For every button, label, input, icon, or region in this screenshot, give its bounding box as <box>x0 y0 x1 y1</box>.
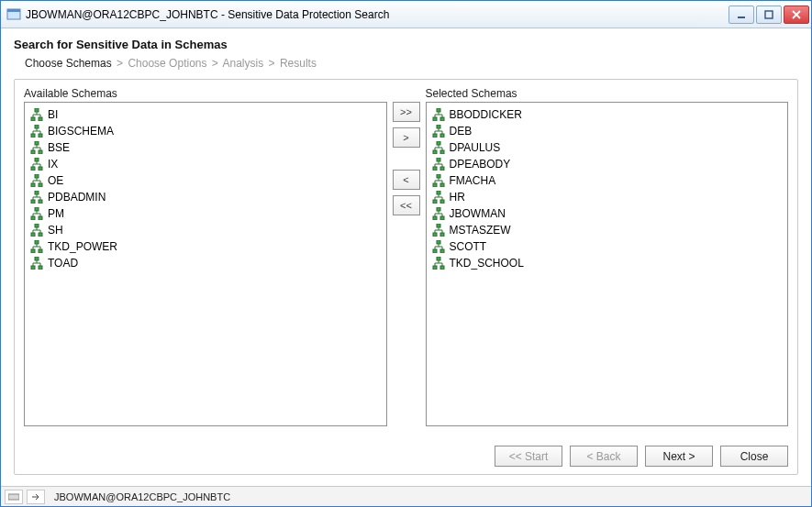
svg-rect-25 <box>35 224 39 227</box>
svg-rect-41 <box>433 150 437 154</box>
list-item[interactable]: TKD_POWER <box>27 238 384 255</box>
schema-icon <box>30 174 43 187</box>
svg-rect-58 <box>437 240 440 244</box>
svg-rect-12 <box>39 150 42 154</box>
remove-one-button[interactable]: < <box>393 170 420 190</box>
list-item[interactable]: DPEABODY <box>428 156 786 172</box>
schema-icon <box>432 224 445 237</box>
list-item[interactable]: JBOWMAN <box>428 205 786 222</box>
list-item[interactable]: BIGSCHEMA <box>27 123 384 139</box>
close-window-button[interactable] <box>784 6 809 24</box>
list-item-label: PM <box>48 207 64 220</box>
list-item[interactable]: BBODDICKER <box>428 106 786 123</box>
list-item-label: DPEABODY <box>450 158 511 171</box>
remove-all-button[interactable]: << <box>393 195 420 215</box>
list-item-label: BSE <box>48 141 70 154</box>
window-title: JBOWMAN@ORA12CBPC_JOHNBTC - Sensitive Da… <box>26 8 729 21</box>
svg-rect-8 <box>31 134 35 138</box>
list-item-label: BIGSCHEMA <box>48 125 114 138</box>
svg-rect-60 <box>440 249 444 253</box>
svg-rect-26 <box>31 233 35 237</box>
available-listbox[interactable]: BIBIGSCHEMABSEIXOEPDBADMINPMSHTKD_POWERT… <box>24 102 387 426</box>
svg-rect-6 <box>39 117 42 121</box>
svg-rect-14 <box>31 167 35 171</box>
svg-rect-36 <box>440 117 444 121</box>
svg-rect-52 <box>437 207 440 211</box>
content: Search for Sensitive Data in Schemas Cho… <box>1 28 811 475</box>
list-item-label: PDBADMIN <box>48 191 106 204</box>
wizard-buttons: << Start < Back Next > Close <box>495 446 788 467</box>
list-item[interactable]: DPAULUS <box>428 139 786 156</box>
start-button[interactable]: << Start <box>495 446 562 467</box>
svg-rect-18 <box>39 183 42 187</box>
svg-rect-9 <box>39 134 42 138</box>
list-item[interactable]: PDBADMIN <box>27 189 384 205</box>
schema-icon <box>30 207 43 220</box>
list-item-label: HR <box>450 191 465 204</box>
list-item[interactable]: OE <box>27 172 384 189</box>
status-tab-icon[interactable] <box>5 490 23 504</box>
svg-rect-51 <box>440 200 444 204</box>
close-button[interactable]: Close <box>720 446 788 467</box>
breadcrumb-step-1: Choose Schemas <box>25 57 112 70</box>
list-item[interactable]: TKD_SCHOOL <box>428 255 786 271</box>
svg-rect-15 <box>39 167 42 171</box>
svg-rect-40 <box>437 141 440 145</box>
titlebar: JBOWMAN@ORA12CBPC_JOHNBTC - Sensitive Da… <box>1 1 811 28</box>
list-item[interactable]: MSTASZEW <box>428 222 786 238</box>
svg-rect-20 <box>31 200 35 204</box>
svg-rect-27 <box>39 233 42 237</box>
list-item[interactable]: DEB <box>428 123 786 139</box>
add-one-button[interactable]: > <box>393 127 420 148</box>
add-all-button[interactable]: >> <box>393 102 420 122</box>
svg-rect-54 <box>440 216 444 220</box>
schema-icon <box>30 125 43 138</box>
list-item-label: DPAULUS <box>450 141 501 154</box>
svg-rect-59 <box>433 249 437 253</box>
list-item-label: MSTASZEW <box>450 224 511 237</box>
list-item-label: SCOTT <box>450 240 487 253</box>
next-button[interactable]: Next > <box>645 446 713 467</box>
svg-rect-10 <box>35 141 39 145</box>
dual-listbox: Available Schemas BIBIGSCHEMABSEIXOEPDBA… <box>24 87 788 426</box>
schema-icon <box>432 108 445 121</box>
list-item[interactable]: BI <box>27 106 384 123</box>
list-item[interactable]: IX <box>27 156 384 172</box>
list-item[interactable]: TOAD <box>27 255 384 271</box>
status-tab-arrow-icon[interactable] <box>27 490 45 504</box>
svg-rect-44 <box>433 167 437 171</box>
svg-rect-33 <box>39 266 42 270</box>
chevron-right-icon: > <box>212 57 218 70</box>
svg-rect-19 <box>35 191 39 194</box>
svg-rect-64 <box>8 494 19 500</box>
svg-rect-29 <box>31 249 35 253</box>
list-item[interactable]: PM <box>27 205 384 222</box>
schema-icon <box>432 174 445 187</box>
svg-rect-3 <box>765 11 773 18</box>
selected-label: Selected Schemas <box>426 87 789 100</box>
svg-rect-13 <box>35 158 39 161</box>
list-item[interactable]: SH <box>27 222 384 238</box>
svg-rect-30 <box>39 249 42 253</box>
schema-icon <box>432 125 445 138</box>
svg-rect-42 <box>440 150 444 154</box>
list-item-label: TOAD <box>48 257 78 270</box>
list-item[interactable]: FMACHA <box>428 172 786 189</box>
minimize-button[interactable] <box>729 6 754 24</box>
svg-rect-48 <box>440 183 444 187</box>
list-item[interactable]: BSE <box>27 139 384 156</box>
list-item-label: JBOWMAN <box>450 207 506 220</box>
maximize-button[interactable] <box>756 6 782 24</box>
selected-listbox[interactable]: BBODDICKERDEBDPAULUSDPEABODYFMACHAHRJBOW… <box>426 102 789 426</box>
schema-icon <box>30 141 43 154</box>
svg-rect-39 <box>440 134 444 138</box>
svg-rect-45 <box>440 167 444 171</box>
svg-rect-21 <box>39 200 42 204</box>
back-button[interactable]: < Back <box>570 446 638 467</box>
list-item[interactable]: SCOTT <box>428 238 786 255</box>
svg-rect-43 <box>437 158 440 161</box>
svg-rect-34 <box>437 108 440 112</box>
list-item-label: BI <box>48 108 58 121</box>
list-item[interactable]: HR <box>428 189 786 205</box>
svg-rect-55 <box>437 224 440 227</box>
